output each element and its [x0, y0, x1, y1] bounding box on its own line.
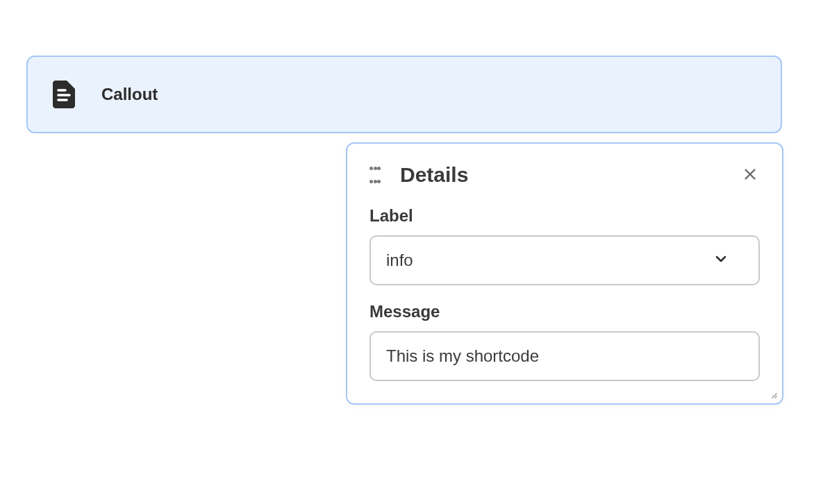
- message-input[interactable]: [369, 331, 760, 381]
- label-select[interactable]: [369, 235, 760, 285]
- details-panel: Details Label Message: [346, 142, 783, 405]
- details-header: Details: [369, 163, 760, 187]
- details-title: Details: [400, 163, 468, 187]
- label-field-label: Label: [369, 206, 760, 226]
- close-button[interactable]: [740, 165, 760, 184]
- message-field-label: Message: [369, 302, 760, 321]
- callout-title: Callout: [101, 85, 158, 104]
- label-select-wrap: [369, 235, 760, 285]
- message-field-group: Message: [369, 302, 760, 381]
- drag-handle-icon[interactable]: [369, 167, 381, 183]
- close-icon: [742, 167, 758, 182]
- callout-block[interactable]: Callout: [26, 56, 782, 133]
- resize-handle[interactable]: [767, 388, 778, 399]
- document-icon: [47, 78, 81, 111]
- label-field-group: Label: [369, 206, 760, 285]
